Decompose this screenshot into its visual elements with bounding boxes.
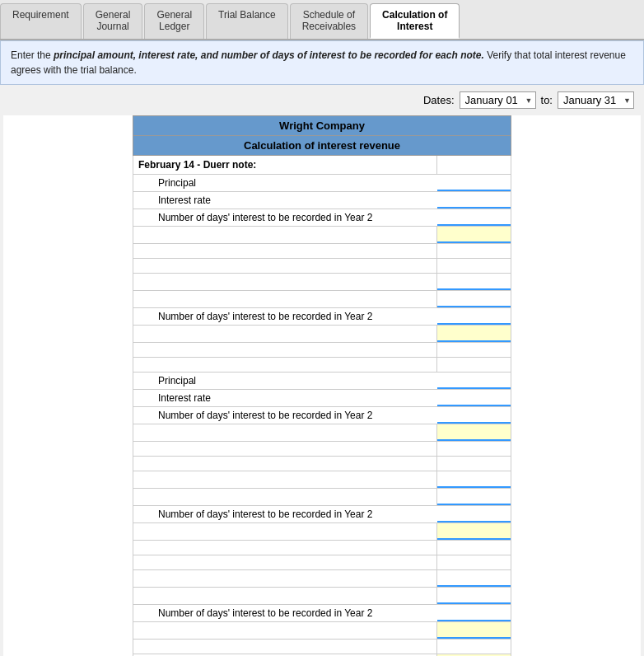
row-days-2: Number of days' interest to be recorded …: [133, 308, 511, 326]
empty-row-8: [133, 555, 511, 570]
label-interest-rate-1: Interest rate: [133, 192, 437, 209]
to-date-select[interactable]: January 31: [558, 91, 634, 109]
input-days-1-field[interactable]: [437, 209, 511, 226]
label-days-1: Number of days' interest to be recorded …: [133, 209, 437, 227]
input-interest-rate-1[interactable]: [437, 192, 511, 209]
row-result-5: [133, 622, 511, 640]
input-no-label-3a-field[interactable]: [437, 570, 511, 587]
row-result-4: [133, 523, 511, 541]
label-principal-2: Principal: [133, 373, 437, 390]
input-days-5[interactable]: [437, 605, 511, 622]
tab-general-ledger[interactable]: GeneralLedger: [144, 3, 204, 39]
row-days-3: Number of days' interest to be recorded …: [133, 407, 511, 424]
row-days-5: Number of days' interest to be recorded …: [133, 605, 511, 622]
input-interest-rate-2[interactable]: [437, 390, 511, 407]
row-no-label-2b: [133, 489, 511, 506]
dates-label: Dates:: [423, 94, 455, 106]
empty-row-1: [133, 244, 511, 259]
label-interest-rate-2: Interest rate: [133, 390, 437, 407]
input-interest-rate-1-field[interactable]: [437, 192, 511, 209]
tab-general-journal[interactable]: GeneralJournal: [83, 3, 143, 39]
empty-row-3: [133, 343, 511, 358]
input-result-3[interactable]: [437, 424, 511, 442]
empty-row-2: [133, 259, 511, 274]
table-title-header: Calculation of interest revenue: [133, 136, 511, 156]
section1-row: February 14 - Duerr note:: [133, 156, 511, 175]
input-result-4[interactable]: [437, 523, 511, 541]
tab-trial-balance[interactable]: Trial Balance: [206, 3, 288, 39]
row-interest-rate-2: Interest rate: [133, 390, 511, 407]
empty-row-4: [133, 358, 511, 373]
to-label: to:: [541, 94, 553, 106]
input-no-label-3b[interactable]: [437, 588, 511, 605]
row-no-label-1b: [133, 291, 511, 308]
input-result-1-field[interactable]: [437, 227, 511, 243]
row-result-1: [133, 227, 511, 244]
input-no-label-1a-field[interactable]: [437, 274, 511, 290]
input-no-label-3b-field[interactable]: [437, 588, 511, 604]
dates-row: Dates: January 01 to: January 31: [0, 85, 644, 115]
table-company-header: Wright Company: [133, 116, 511, 136]
row-days-1: Number of days' interest to be recorded …: [133, 209, 511, 227]
row-no-label-3a: [133, 570, 511, 588]
label-days-5: Number of days' interest to be recorded …: [133, 605, 437, 622]
input-result-4-field[interactable]: [437, 523, 511, 540]
input-result-5[interactable]: [437, 622, 511, 640]
row-days-4: Number of days' interest to be recorded …: [133, 506, 511, 523]
input-no-label-2a-field[interactable]: [437, 471, 511, 488]
input-days-3[interactable]: [437, 407, 511, 424]
tabs-bar: Requirement GeneralJournal GeneralLedger…: [0, 0, 644, 40]
input-principal-2-field[interactable]: [437, 373, 511, 389]
input-days-4[interactable]: [437, 506, 511, 523]
row-result-3: [133, 424, 511, 442]
input-interest-rate-2-field[interactable]: [437, 390, 511, 406]
input-days-3-field[interactable]: [437, 407, 511, 424]
input-result-2[interactable]: [437, 326, 511, 343]
row-principal-1: Principal: [133, 175, 511, 192]
empty-row-9: [133, 640, 511, 654]
input-result-5-field[interactable]: [437, 622, 511, 639]
empty-row-7: [133, 541, 511, 555]
input-no-label-1a[interactable]: [437, 274, 511, 291]
tab-requirement[interactable]: Requirement: [0, 3, 82, 39]
main-content: Wright Company Calculation of interest r…: [3, 115, 641, 656]
input-no-label-3a[interactable]: [437, 570, 511, 588]
tab-schedule-receivables[interactable]: Schedule ofReceivables: [290, 3, 368, 39]
label-principal-1: Principal: [133, 175, 437, 192]
input-no-label-1b[interactable]: [437, 291, 511, 308]
input-no-label-2b-field[interactable]: [437, 489, 511, 505]
row-no-label-3b: [133, 588, 511, 605]
empty-row-6: [133, 457, 511, 471]
row-interest-rate-1: Interest rate: [133, 192, 511, 209]
calc-table: Wright Company Calculation of interest r…: [133, 115, 511, 656]
info-banner: Enter the principal amount, interest rat…: [0, 40, 644, 85]
input-days-4-field[interactable]: [437, 506, 511, 522]
from-date-select[interactable]: January 01: [460, 91, 536, 109]
from-date-wrapper[interactable]: January 01: [460, 91, 536, 109]
row-principal-2: Principal: [133, 373, 511, 390]
input-principal-1-field[interactable]: [437, 175, 511, 191]
label-days-2: Number of days' interest to be recorded …: [133, 308, 437, 326]
input-no-label-2b[interactable]: [437, 489, 511, 506]
tab-calc-interest[interactable]: Calculation ofInterest: [370, 3, 460, 39]
label-days-3: Number of days' interest to be recorded …: [133, 407, 437, 424]
input-result-2-field[interactable]: [437, 326, 511, 342]
row-result-2: [133, 326, 511, 343]
empty-row-5: [133, 442, 511, 457]
input-result-3-field[interactable]: [437, 424, 511, 441]
row-no-label-2a: [133, 471, 511, 489]
input-principal-1[interactable]: [437, 175, 511, 192]
input-no-label-1b-field[interactable]: [437, 291, 511, 307]
input-days-2[interactable]: [437, 308, 511, 326]
info-italic: principal amount, interest rate, and num…: [54, 49, 484, 61]
row-no-label-1a: [133, 274, 511, 291]
to-date-wrapper[interactable]: January 31: [558, 91, 634, 109]
input-days-5-field[interactable]: [437, 605, 511, 621]
label-days-4: Number of days' interest to be recorded …: [133, 506, 437, 523]
input-no-label-2a[interactable]: [437, 471, 511, 489]
input-principal-2[interactable]: [437, 373, 511, 390]
input-days-2-field[interactable]: [437, 308, 511, 325]
input-result-1[interactable]: [437, 227, 511, 244]
section1-label: February 14 - Duerr note:: [133, 156, 437, 175]
input-days-1[interactable]: [437, 209, 511, 227]
